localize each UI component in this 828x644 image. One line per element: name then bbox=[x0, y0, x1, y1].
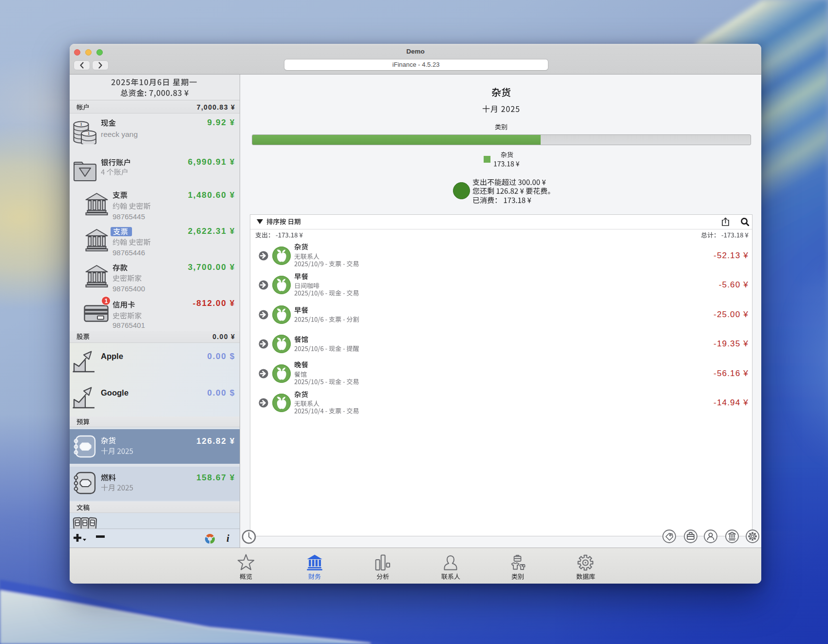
svg-text:1: 1 bbox=[80, 122, 82, 127]
svg-text:1: 1 bbox=[88, 131, 90, 136]
